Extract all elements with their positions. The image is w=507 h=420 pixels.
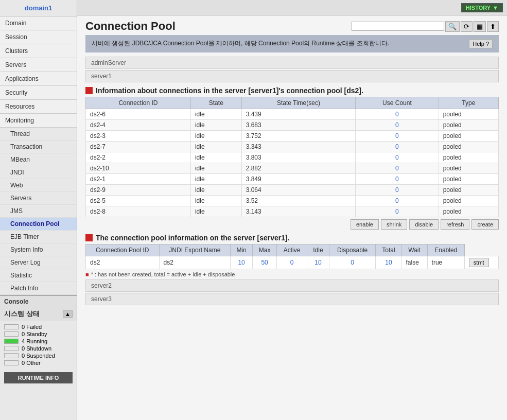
search-input[interactable] [352, 22, 444, 31]
table-cell: ds2-4 [86, 120, 191, 131]
pool-column-header: Disposable [329, 244, 375, 256]
monitoring-item-servers[interactable]: Servers [0, 192, 77, 205]
pool-table-cell: ds2 [159, 256, 231, 269]
table-row: ds2-8idle3.1430pooled [86, 206, 499, 217]
table-row: ds2-2idle3.8030pooled [86, 152, 499, 163]
monitoring-item-ejb-timer[interactable]: EJB Timer [0, 231, 77, 243]
disable-button[interactable]: disable [409, 219, 439, 230]
grid-icon-button[interactable]: ▦ [474, 21, 486, 32]
refresh-icon-button[interactable]: ⟳ [461, 21, 473, 32]
table-cell: pooled [439, 120, 498, 131]
table-cell: pooled [439, 163, 498, 174]
admin-server-row: adminServer [85, 57, 499, 69]
sidebar-nav-item-servers[interactable]: Servers [0, 58, 77, 72]
table-cell: pooled [439, 206, 498, 217]
status-indicator [4, 339, 19, 344]
sidebar-domain[interactable]: domain1 [0, 0, 77, 16]
refresh-button[interactable]: refresh [441, 219, 469, 230]
status-label: 0 Failed [22, 324, 42, 330]
status-icon-button[interactable]: ▲ [63, 310, 73, 318]
runtime-info-button[interactable]: RUNTIME INFO [4, 372, 73, 383]
sidebar-nav-item-session[interactable]: Session [0, 30, 77, 44]
status-indicator [4, 360, 19, 365]
table-cell: ds2-3 [86, 131, 191, 142]
status-label: 4 Running [22, 338, 47, 344]
shrink-button[interactable]: shrink [381, 219, 407, 230]
monitoring-item-transaction[interactable]: Transaction [0, 141, 77, 153]
monitoring-item-thread[interactable]: Thread [0, 128, 77, 141]
table-row: ds2-4idle3.6830pooled [86, 120, 499, 131]
pool-table-cell: 10 [376, 256, 401, 269]
table-cell: idle [190, 196, 241, 206]
table-cell: 3.803 [241, 152, 355, 163]
monitoring-item-web[interactable]: Web [0, 179, 77, 192]
table-cell: 0 [356, 120, 439, 131]
table-cell: 3.683 [241, 120, 355, 131]
note-row: ■ * : has not been created, total = acti… [85, 271, 499, 277]
table-cell: 3.752 [241, 131, 355, 142]
table-cell: 3.439 [241, 109, 355, 120]
monitoring-item-jms[interactable]: JMS [0, 205, 77, 218]
sidebar-nav-item-applications[interactable]: Applications [0, 72, 77, 86]
pool-table-cell: 0 [277, 256, 307, 269]
pool-column-header: Total [376, 244, 401, 256]
table-cell: ds2-9 [86, 185, 191, 196]
pool-table-cell: 50 [253, 256, 277, 269]
table-cell: ds2-8 [86, 206, 191, 217]
console-section: Console [0, 295, 77, 307]
table-cell: ds2-6 [86, 109, 191, 120]
pool-table-cell: ds2 [86, 256, 160, 269]
sidebar-nav-item-domain[interactable]: Domain [0, 16, 77, 30]
search-button[interactable]: 🔍 [445, 21, 460, 32]
status-label: 0 Shutdown [22, 345, 51, 352]
table-cell: pooled [439, 174, 498, 185]
sidebar-nav-item-security[interactable]: Security [0, 86, 77, 100]
table-cell: 0 [356, 131, 439, 142]
table-cell: 0 [356, 196, 439, 206]
connections-table: Connection IDStateState Time(sec)Use Cou… [85, 97, 499, 217]
table-row: ds2-10idle2.8820pooled [86, 163, 499, 174]
monitoring-item-system-info[interactable]: System Info [0, 243, 77, 256]
status-row: 4 Running [4, 338, 73, 344]
table-cell: ds2-5 [86, 196, 191, 206]
status-rows: 0 Failed0 Standby4 Running0 Shutdown0 Su… [0, 321, 77, 369]
pool-table-cell: false [401, 256, 427, 269]
stmt-button[interactable]: stmt [469, 258, 489, 267]
history-button[interactable]: HISTORY ▼ [461, 3, 503, 12]
sidebar-nav-item-monitoring[interactable]: Monitoring [0, 114, 77, 128]
status-indicator [4, 331, 19, 337]
sidebar-nav-item-resources[interactable]: Resources [0, 100, 77, 114]
table-cell: pooled [439, 142, 498, 152]
status-indicator [4, 353, 19, 358]
table-cell: 3.343 [241, 142, 355, 152]
enable-button[interactable]: enable [351, 219, 379, 230]
table-row: ds2-7idle3.3430pooled [86, 142, 499, 152]
sidebar-nav-item-clusters[interactable]: Clusters [0, 44, 77, 58]
table-cell: ds2-2 [86, 152, 191, 163]
pool-column-header: Min [231, 244, 253, 256]
table-cell: 0 [356, 206, 439, 217]
pool-column-header: Max [253, 244, 277, 256]
pool-table-cell: true [427, 256, 464, 269]
table-cell: ds2-10 [86, 163, 191, 174]
monitoring-item-connection-pool[interactable]: Connection Pool [0, 218, 77, 231]
monitoring-item-mbean[interactable]: MBean [0, 153, 77, 166]
note-icon: ■ [85, 271, 89, 277]
server3-label: server3 [85, 293, 499, 305]
table-cell: pooled [439, 185, 498, 196]
conn-column-header: State [190, 97, 241, 109]
table-cell: idle [190, 174, 241, 185]
status-indicator [4, 324, 19, 329]
create-button[interactable]: create [471, 219, 499, 230]
monitoring-item-server-log[interactable]: Server Log [0, 256, 77, 269]
help-button[interactable]: Help ? [469, 39, 493, 48]
pool-table-cell: 0 [329, 256, 375, 269]
export-icon-button[interactable]: ⬆ [487, 21, 499, 32]
monitoring-item-jndi[interactable]: JNDI [0, 166, 77, 179]
table-cell: idle [190, 109, 241, 120]
monitoring-item-statistic[interactable]: Statistic [0, 269, 77, 282]
status-label: 0 Standby [22, 331, 47, 337]
table-cell: pooled [439, 109, 498, 120]
monitoring-item-patch-info[interactable]: Patch Info [0, 282, 77, 295]
pool-section-header: The connection pool information on the s… [85, 234, 499, 242]
